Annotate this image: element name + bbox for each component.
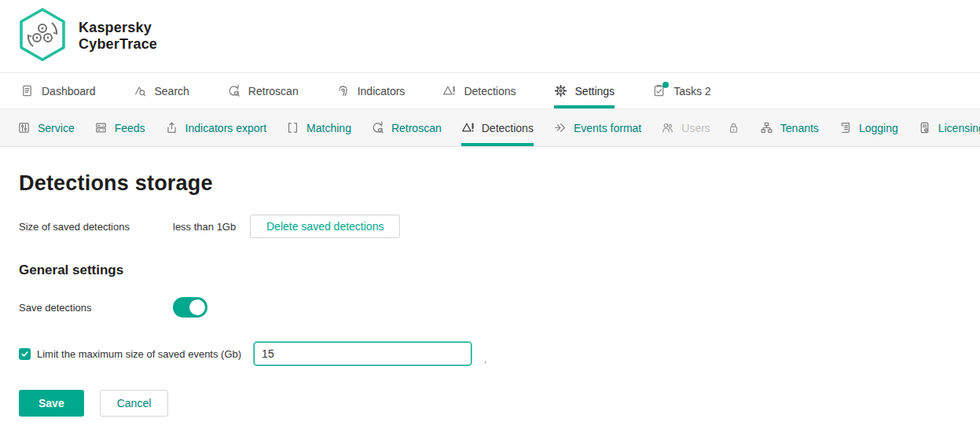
form-actions: Save Cancel (19, 390, 961, 417)
storage-size-row: Size of saved detections less than 1Gb D… (19, 215, 961, 238)
main-navigation: Dashboard Search Retroscan Indicators De… (0, 73, 980, 109)
limit-size-label: Limit the maximum size of saved events (… (37, 348, 241, 360)
subnav-events-format-label: Events format (574, 122, 641, 134)
tasks-clipboard-icon (652, 84, 666, 97)
double-chevron-icon (553, 121, 567, 134)
save-button[interactable]: Save (19, 390, 84, 417)
brackets-icon (286, 121, 299, 134)
subnav-service-label: Service (38, 122, 75, 134)
alert-triangle-icon (461, 121, 475, 134)
subnav-service[interactable]: Service (17, 109, 75, 146)
licensing-doc-icon (918, 121, 931, 134)
subnav-detections-label: Detections (482, 122, 534, 134)
checkmark-icon (20, 350, 29, 358)
subnav-feeds-label: Feeds (115, 122, 145, 134)
general-settings-heading: General settings (19, 263, 961, 278)
subnav-indicators-export-label: Indicators export (185, 122, 267, 134)
detections-storage-page: Detections storage Size of saved detecti… (0, 171, 980, 417)
subnav-tenants[interactable]: Tenants (760, 109, 819, 146)
nav-tasks[interactable]: Tasks 2 (652, 73, 710, 108)
nav-detections-label: Detections (464, 85, 516, 97)
save-detections-label: Save detections (19, 302, 173, 314)
subnav-indicators-export[interactable]: Indicators export (165, 109, 267, 146)
feeds-icon (94, 121, 108, 134)
alert-triangle-icon (442, 84, 456, 97)
nav-search[interactable]: Search (134, 73, 189, 108)
save-detections-row: Save detections (19, 297, 961, 318)
subnav-users: Users (661, 109, 740, 146)
subnav-matching-label: Matching (306, 122, 351, 134)
export-icon (165, 121, 178, 134)
cancel-button[interactable]: Cancel (100, 390, 169, 417)
storage-size-value: less than 1Gb (173, 221, 250, 233)
app-logo[interactable]: Kaspersky CyberTrace (17, 7, 157, 65)
subnav-feeds[interactable]: Feeds (94, 109, 145, 146)
retroscan-icon (227, 84, 240, 97)
subnav-logging[interactable]: Logging (839, 109, 898, 146)
sliders-icon (17, 121, 31, 134)
nav-retroscan-label: Retroscan (248, 85, 299, 97)
nav-dashboard-label: Dashboard (42, 85, 96, 97)
after-input-mark: , (484, 354, 486, 365)
settings-sub-navigation: Service Feeds Indicators export Matching… (0, 109, 980, 147)
retroscan-icon (371, 121, 384, 134)
nav-dashboard[interactable]: Dashboard (20, 73, 96, 108)
fingerprint-icon (336, 84, 350, 97)
app-header: Kaspersky CyberTrace (0, 0, 980, 73)
delete-saved-detections-button[interactable]: Delete saved detections (250, 215, 400, 238)
subnav-events-format[interactable]: Events format (553, 109, 641, 146)
subnav-licensing-label: Licensing (938, 122, 980, 134)
tenants-icon (760, 121, 773, 134)
limit-size-checkbox[interactable] (19, 348, 31, 360)
save-detections-toggle[interactable] (173, 297, 207, 318)
dashboard-icon (20, 84, 34, 97)
nav-tasks-label: Tasks 2 (674, 85, 710, 97)
page-title: Detections storage (19, 171, 961, 196)
lock-icon (727, 121, 740, 134)
users-icon (661, 121, 674, 134)
subnav-matching[interactable]: Matching (286, 109, 351, 146)
logging-scroll-icon (839, 121, 852, 134)
limit-size-row: Limit the maximum size of saved events (… (19, 342, 961, 365)
subnav-retroscan-label: Retroscan (391, 122, 442, 134)
storage-size-label: Size of saved detections (19, 221, 173, 233)
subnav-retroscan[interactable]: Retroscan (371, 109, 442, 146)
limit-size-input[interactable] (254, 342, 472, 365)
nav-settings[interactable]: Settings (554, 73, 615, 108)
nav-retroscan[interactable]: Retroscan (227, 73, 299, 108)
nav-search-label: Search (155, 85, 189, 97)
kaspersky-hexagon-gears-icon (17, 7, 68, 65)
subnav-licensing[interactable]: Licensing (918, 109, 980, 146)
nav-detections[interactable]: Detections (442, 73, 516, 108)
toggle-knob (189, 299, 205, 315)
tasks-notification-dot (663, 82, 669, 88)
search-icon (134, 84, 147, 97)
nav-settings-label: Settings (575, 85, 615, 97)
subnav-users-label: Users (681, 122, 710, 134)
subnav-detections[interactable]: Detections (461, 109, 534, 146)
nav-indicators-label: Indicators (358, 85, 406, 97)
brand-name: Kaspersky CyberTrace (79, 20, 157, 53)
subnav-tenants-label: Tenants (780, 122, 819, 134)
nav-indicators[interactable]: Indicators (336, 73, 406, 108)
subnav-logging-label: Logging (859, 122, 898, 134)
gear-icon (554, 84, 567, 97)
